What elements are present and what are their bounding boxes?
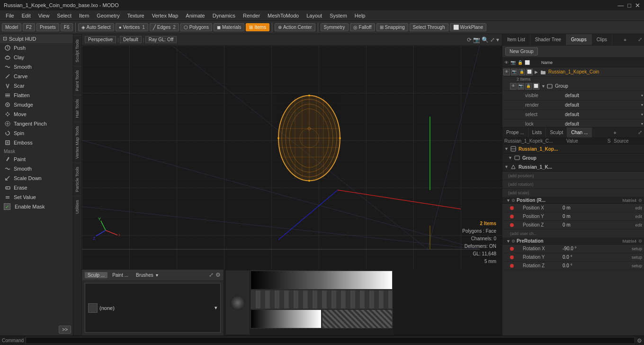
- pos-collapse-arrow[interactable]: ▼: [506, 198, 510, 203]
- brush-selector[interactable]: (none) ▾: [85, 283, 221, 333]
- vis-lock-2[interactable]: 🔒: [525, 83, 532, 90]
- emboss-tool[interactable]: Emboss: [0, 138, 73, 147]
- cmd-settings-icon[interactable]: ⚙: [637, 337, 642, 344]
- menu-file[interactable]: File: [2, 12, 18, 19]
- shader-tree-tab[interactable]: Shader Tree: [530, 34, 566, 45]
- scar-tool[interactable]: Scar: [0, 81, 73, 91]
- f6-button[interactable]: F6: [61, 23, 73, 31]
- polygons-button[interactable]: ⬡ Polygons: [180, 23, 212, 31]
- menu-layout[interactable]: Layout: [303, 12, 326, 19]
- default-shading-button[interactable]: Default: [120, 36, 142, 43]
- flatten-tool[interactable]: Flatten: [0, 91, 73, 100]
- menu-edit[interactable]: Edit: [18, 12, 35, 19]
- maximize-props-icon[interactable]: ⤢: [638, 129, 642, 136]
- clay-tool[interactable]: Clay: [0, 53, 73, 62]
- position-settings-icon[interactable]: ⚙: [638, 198, 642, 203]
- prop-icon[interactable]: ⬜: [525, 60, 530, 65]
- select-dropdown-icon[interactable]: ▾: [641, 112, 643, 117]
- move-tool[interactable]: Move: [0, 109, 73, 119]
- camera-icon[interactable]: 📷: [473, 36, 480, 43]
- menu-render[interactable]: Render: [239, 12, 264, 19]
- push-tool[interactable]: Push: [0, 43, 73, 53]
- set-value-tool[interactable]: Set Value: [0, 192, 73, 202]
- menu-vertex-map[interactable]: Vertex Map: [148, 12, 182, 19]
- materials-button[interactable]: ◼ Materials: [214, 23, 245, 31]
- ray-gl-button[interactable]: Ray GL: Off: [145, 36, 177, 43]
- enable-mask-checkbox[interactable]: ✓: [4, 203, 10, 210]
- pos-x-edit[interactable]: edit: [635, 206, 642, 210]
- tree-arrow-2[interactable]: ▼: [541, 84, 546, 89]
- menu-animate[interactable]: Animate: [182, 12, 208, 19]
- maximize-button[interactable]: □: [627, 2, 631, 9]
- smooth-mask-tool[interactable]: Smooth: [0, 164, 73, 173]
- brushes-tab[interactable]: Brushes ▾: [133, 272, 161, 278]
- vis-render-2[interactable]: 📷: [518, 83, 524, 90]
- collapse-arrow-1[interactable]: ▼: [504, 146, 509, 151]
- action-center-button[interactable]: ⊕ Action Center: [275, 23, 315, 31]
- channels-tab[interactable]: Chan ...: [567, 127, 592, 137]
- tangent-pinch-tool[interactable]: Tangent Pinch: [0, 119, 73, 128]
- item-list-tab[interactable]: Item List: [502, 34, 530, 45]
- new-group-button[interactable]: New Group: [505, 47, 538, 55]
- symmetry-button[interactable]: Symmetry: [321, 23, 349, 31]
- sculpt-tab[interactable]: Sculp ...: [85, 272, 107, 278]
- menu-texture[interactable]: Texture: [124, 12, 148, 19]
- add-panel-tab[interactable]: +: [621, 34, 629, 45]
- menu-select[interactable]: Select: [53, 12, 75, 19]
- erase-tool[interactable]: Erase: [0, 183, 73, 192]
- sculpt-props-tab[interactable]: Sculpt: [546, 127, 567, 137]
- expand-panel-icon[interactable]: ⤢: [209, 272, 214, 278]
- rot-z-setup[interactable]: setup: [632, 263, 642, 268]
- utilities-tab[interactable]: Utilities: [73, 196, 81, 218]
- vis-eye-1[interactable]: 👁: [503, 69, 510, 75]
- spin-tool[interactable]: Spin: [0, 128, 73, 138]
- paint-mask-tool[interactable]: Paint: [0, 154, 73, 164]
- scale-down-tool[interactable]: Scale Down: [0, 173, 73, 183]
- model-button[interactable]: Model: [2, 23, 21, 31]
- carve-tool[interactable]: Carve: [0, 72, 73, 81]
- sculpt-tools-tab[interactable]: Sculpt Tools: [73, 35, 81, 66]
- vis-eye-2[interactable]: 👁: [510, 83, 517, 90]
- vertices-button[interactable]: ● Vertices 1: [116, 23, 148, 31]
- falloff-button[interactable]: ◎ Falloff: [350, 23, 375, 31]
- menu-geometry[interactable]: Geometry: [93, 12, 123, 19]
- group-row[interactable]: 👁 📷 🔒 ⬜ ▼ Group: [502, 82, 644, 91]
- smooth-tool-1[interactable]: Smooth: [0, 62, 73, 72]
- settings-panel-icon[interactable]: ⚙: [215, 272, 221, 278]
- render-icon[interactable]: 📷: [510, 60, 516, 65]
- lists-tab[interactable]: Lists: [528, 127, 546, 137]
- paint-tools-tab[interactable]: Paint Tools: [73, 66, 81, 95]
- particle-tools-tab[interactable]: Particle Tools: [73, 163, 81, 196]
- paint-tab[interactable]: Paint ...: [109, 272, 131, 278]
- enable-mask-toggle[interactable]: ✓ Enable Mask: [0, 202, 73, 211]
- expand-vp-icon[interactable]: ⤢: [490, 36, 495, 43]
- presets-button[interactable]: Presets: [36, 23, 59, 31]
- main-group-row[interactable]: 👁 📷 🔒 ⬜ ▶ Russian_1_Kopek_Coin: [502, 67, 644, 77]
- vis-prop-1[interactable]: ⬜: [526, 69, 533, 75]
- chevron-down-vp-icon[interactable]: ▾: [496, 36, 499, 43]
- lock-icon[interactable]: 🔒: [518, 60, 523, 65]
- properties-tab[interactable]: Prope ...: [502, 127, 528, 137]
- groups-tab[interactable]: Groups: [566, 34, 592, 45]
- collapse-arrow-3[interactable]: ▼: [504, 164, 509, 169]
- add-position-row[interactable]: (add position): [502, 172, 644, 180]
- items-button[interactable]: ⊞ Items: [246, 23, 269, 31]
- add-user-ch-row[interactable]: (add user ch...: [502, 229, 644, 238]
- close-button[interactable]: ✕: [635, 2, 640, 9]
- prerot-collapse-arrow[interactable]: ▼: [506, 239, 510, 244]
- collapse-arrow-2[interactable]: ▼: [508, 155, 512, 160]
- pos-y-edit[interactable]: edit: [635, 214, 642, 219]
- command-input[interactable]: [26, 337, 635, 344]
- vis-prop-2[interactable]: ⬜: [533, 83, 539, 90]
- menu-help[interactable]: Help: [351, 12, 369, 19]
- hair-tools-tab[interactable]: Hair Tools: [73, 95, 81, 122]
- edges-button[interactable]: ╱ Edges 2: [150, 23, 179, 31]
- rot-x-setup[interactable]: setup: [632, 246, 642, 251]
- perspective-button[interactable]: Perspective: [85, 36, 116, 43]
- zoom-icon[interactable]: 🔍: [482, 36, 489, 43]
- vertex-map-tools-tab[interactable]: Vertex Map Tools: [73, 122, 81, 163]
- vis-lock-1[interactable]: 🔒: [519, 69, 525, 75]
- clips-tab[interactable]: Clips: [592, 34, 612, 45]
- eye-icon[interactable]: 👁: [504, 60, 509, 65]
- add-prop-tab[interactable]: +: [610, 127, 619, 137]
